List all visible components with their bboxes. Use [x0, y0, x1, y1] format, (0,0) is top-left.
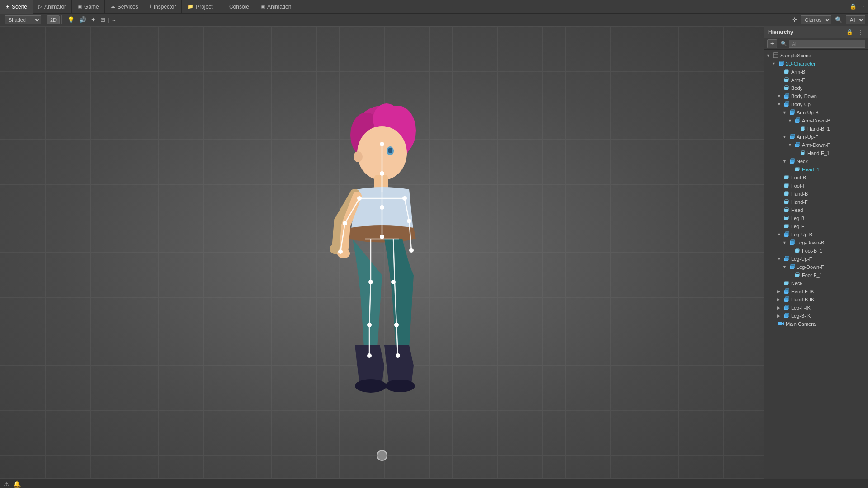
tree-arrow-neck-1[interactable]: ▼ — [783, 159, 789, 164]
tree-arrow-leg-b-ik[interactable]: ▶ — [777, 314, 783, 318]
tree-item-leg-f[interactable]: Leg-F — [764, 222, 868, 230]
tree-arrow-arm-up-f[interactable]: ▼ — [783, 135, 789, 139]
hierarchy-search-input[interactable] — [789, 40, 865, 48]
tree-item-leg-up-f[interactable]: ▼Leg-Up-F — [764, 255, 868, 263]
svg-point-28 — [380, 171, 384, 176]
tree-arrow-arm-down-f[interactable]: ▼ — [788, 143, 794, 147]
all-select[interactable]: All — [846, 15, 865, 24]
tree-item-arm-down-b[interactable]: ▼Arm-Down-B — [764, 117, 868, 125]
tree-item-foot-b-1[interactable]: Foot-B_1 — [764, 247, 868, 255]
svg-point-35 — [409, 248, 414, 253]
tree-arrow-leg-up-b[interactable]: ▼ — [777, 232, 783, 237]
lock-button[interactable]: 🔒 — [848, 2, 859, 11]
tree-item-leg-down-f[interactable]: ▼Leg-Down-F — [764, 263, 868, 271]
tree-label-head-1: Head_1 — [802, 167, 820, 172]
2d-button[interactable]: 2D — [47, 15, 60, 24]
audio-button[interactable]: 🔊 — [77, 15, 88, 24]
tree-label-main-camera: Main Camera — [786, 321, 816, 327]
panel-more-button[interactable]: ⋮ — [856, 28, 864, 36]
tree-icon-neck — [783, 280, 790, 286]
tree-arrow-leg-down-b[interactable]: ▼ — [783, 240, 789, 245]
tree-item-hand-b-1[interactable]: Hand-B_1 — [764, 125, 868, 133]
tree-arrow-leg-up-f[interactable]: ▼ — [777, 257, 783, 261]
tree-icon-leg-down-f — [789, 264, 795, 270]
tree-arrow-hand-b-ik[interactable]: ▶ — [777, 297, 783, 302]
tree-item-neck-1[interactable]: ▼Neck_1 — [764, 157, 868, 165]
tree-label-head: Head — [791, 207, 803, 213]
panel-lock-button[interactable]: 🔒 — [845, 28, 854, 36]
svg-rect-47 — [780, 61, 784, 65]
lighting-button[interactable]: 💡 — [66, 15, 76, 24]
stats-button[interactable]: ≈ — [110, 15, 117, 24]
tree-arrow-arm-down-b[interactable]: ▼ — [788, 118, 794, 123]
tree-label-hand-b-ik: Hand-B-IK — [791, 297, 814, 302]
tree-item-2d-character[interactable]: ▼2D-Character — [764, 60, 868, 68]
tab-game[interactable]: ▣ Game — [72, 0, 105, 14]
tree-item-arm-up-f[interactable]: ▼Arm-Up-F — [764, 133, 868, 141]
tree-item-head-1[interactable]: Head_1 — [764, 165, 868, 174]
tree-item-main-camera[interactable]: Main Camera — [764, 320, 868, 328]
tree-label-hand-b: Hand-B — [791, 191, 808, 197]
tree-item-body-up[interactable]: ▼Body-Up — [764, 100, 868, 108]
scene-options-button[interactable]: ⊞ — [99, 15, 107, 24]
tree-item-leg-up-b[interactable]: ▼Leg-Up-B — [764, 230, 868, 239]
tab-inspector[interactable]: ℹ Inspector — [144, 0, 182, 14]
tree-item-arm-down-f[interactable]: ▼Arm-Down-F — [764, 141, 868, 149]
tree-item-leg-b-ik[interactable]: ▶Leg-B-IK — [764, 312, 868, 320]
tree-item-head[interactable]: Head — [764, 206, 868, 214]
tree-item-samplescene[interactable]: ▼SampleScene — [764, 52, 868, 60]
tree-item-hand-f-ik[interactable]: ▶Hand-F-IK — [764, 287, 868, 296]
tree-item-leg-down-b[interactable]: ▼Leg-Down-B — [764, 239, 868, 247]
tab-animator[interactable]: ▷ Animator — [33, 0, 72, 14]
gizmos-select[interactable]: Gizmos — [801, 15, 831, 24]
tree-arrow-body-down[interactable]: ▼ — [777, 94, 783, 99]
tree-arrow-samplescene[interactable]: ▼ — [766, 53, 773, 58]
tree-item-arm-b[interactable]: Arm-B — [764, 68, 868, 76]
tree-item-foot-f-1[interactable]: Foot-F_1 — [764, 271, 868, 279]
tree-item-hand-b-ik[interactable]: ▶Hand-B-IK — [764, 296, 868, 304]
tree-item-hand-b[interactable]: Hand-B — [764, 190, 868, 198]
tree-arrow-arm-up-b[interactable]: ▼ — [783, 110, 789, 115]
tree-item-hand-f-1[interactable]: Hand-F_1 — [764, 149, 868, 157]
tree-item-body-down[interactable]: ▼Body-Down — [764, 92, 868, 100]
tree-item-leg-b[interactable]: Leg-B — [764, 214, 868, 222]
tree-icon-foot-b-1 — [794, 248, 801, 254]
tree-item-leg-f-ik[interactable]: ▶Leg-F-IK — [764, 304, 868, 312]
svg-point-34 — [407, 219, 411, 223]
effects-button[interactable]: ✦ — [89, 15, 98, 24]
tab-services[interactable]: ☁ Services — [105, 0, 144, 14]
scene-tab-icon: ⊞ — [5, 4, 9, 9]
status-icon-2: 🔔 — [13, 480, 21, 488]
svg-point-6 — [388, 148, 392, 153]
services-tab-icon: ☁ — [110, 4, 115, 9]
shading-select[interactable]: Shaded Wireframe — [5, 15, 41, 24]
svg-rect-105 — [785, 256, 789, 260]
tree-item-body[interactable]: Body — [764, 84, 868, 92]
tree-icon-arm-up-f — [789, 134, 795, 140]
tab-animation[interactable]: ▣ Animation — [255, 0, 297, 14]
tree-arrow-leg-f-ik[interactable]: ▶ — [777, 305, 783, 310]
tab-scene[interactable]: ⊞ Scene — [0, 0, 33, 14]
2d-label: 2D — [50, 17, 57, 23]
crosshair-button[interactable]: ✛ — [790, 15, 799, 24]
tree-item-neck[interactable]: Neck — [764, 279, 868, 287]
tree-item-foot-f[interactable]: Foot-F — [764, 182, 868, 190]
tree-arrow-leg-down-f[interactable]: ▼ — [783, 265, 789, 269]
tree-item-arm-f[interactable]: Arm-F — [764, 76, 868, 84]
svg-point-39 — [367, 323, 372, 327]
search-icon[interactable]: 🔍 — [833, 15, 844, 24]
tree-arrow-body-up[interactable]: ▼ — [777, 102, 783, 107]
scene-view[interactable] — [0, 26, 764, 479]
tree-arrow-hand-f-ik[interactable]: ▶ — [777, 289, 783, 294]
tab-project[interactable]: 📁 Project — [182, 0, 218, 14]
scene-transform-handle[interactable] — [377, 450, 387, 461]
tree-item-foot-b[interactable]: Foot-B — [764, 174, 868, 182]
more-options-button[interactable]: ⋮ — [859, 2, 868, 11]
tab-console[interactable]: ≡ Console — [218, 0, 255, 14]
tree-item-hand-f[interactable]: Hand-F — [764, 198, 868, 206]
hierarchy-add-button[interactable]: + — [767, 39, 777, 48]
tree-item-arm-up-b[interactable]: ▼Arm-Up-B — [764, 108, 868, 117]
hierarchy-tree[interactable]: ▼SampleScene▼2D-Character Arm-B Arm-F Bo… — [764, 50, 868, 479]
tree-icon-body-up — [783, 101, 790, 108]
tree-arrow-2d-character[interactable]: ▼ — [772, 61, 778, 66]
